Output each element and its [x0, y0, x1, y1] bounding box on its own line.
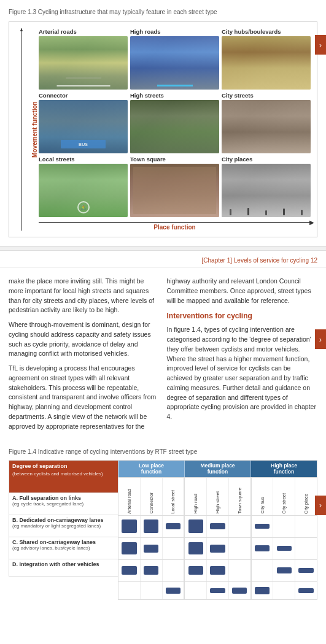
- st-header-local: Local street: [163, 478, 185, 515]
- cell-b-arterial: [118, 538, 141, 559]
- row-b-sub: (eg mandatory or light segregated lanes): [12, 523, 115, 529]
- bar-b-citystreet: [277, 546, 292, 551]
- cell-a-local: [163, 516, 185, 537]
- bar-a-arterial: [122, 519, 136, 533]
- cell-a-highroad: [185, 516, 207, 537]
- cell-c-highroad: [185, 560, 207, 581]
- photo-box-city-streets: [222, 100, 311, 153]
- cell-d-highroad: [185, 582, 207, 599]
- bar-a-highstreet: [210, 523, 225, 529]
- row-c-label: C. Shared on-carriageway lanes (eg advis…: [9, 537, 118, 559]
- photo-cell-arterial: Arterial roads: [39, 28, 128, 90]
- bar-a-connector: [144, 519, 158, 533]
- photo-box-high-roads: [130, 36, 219, 90]
- cell-b-highroad: [185, 538, 207, 559]
- photo-label-town-square: Town square: [130, 156, 219, 163]
- st-header-arterial: Arterial road: [118, 478, 141, 515]
- st-header-high-road: High road: [185, 478, 207, 515]
- data-row-a: [118, 516, 317, 538]
- cell-b-highstreet: [207, 538, 229, 559]
- bar-b-connector: [144, 545, 158, 553]
- chapter-text: Chapter 1: [203, 257, 230, 264]
- photo-box-town-square: [130, 164, 219, 217]
- chapter-header: [Chapter 1] Levels of service for cyclin…: [0, 253, 326, 268]
- photo-label-high-roads: High roads: [130, 28, 219, 35]
- degree-header-cell: Degree of separation (between cyclists a…: [9, 460, 118, 493]
- photo-label-city-places: City places: [222, 156, 311, 163]
- row-a-label: A. Full separation on links (eg cycle tr…: [9, 493, 118, 515]
- cell-a-cityplace: [295, 516, 317, 537]
- data-row-d: [118, 582, 317, 599]
- photo-cell-town-square: Town square: [130, 156, 219, 217]
- chapter-bracket-close: ]: [230, 257, 232, 264]
- cell-a-citystreet: [273, 516, 295, 537]
- degree-header-text: Degree of separation: [12, 463, 68, 469]
- bar-b-cityhub: [255, 545, 270, 551]
- figure13-caption: Figure 1.3 Cycling infrastructure that m…: [9, 9, 317, 15]
- photo-box-city-hubs: [222, 36, 311, 90]
- photo-label-high-streets: High streets: [130, 92, 219, 99]
- photo-cell-city-places: City places: [222, 156, 311, 217]
- figure14-caption: Figure 1.4 Indicative range of cycling i…: [9, 448, 317, 455]
- next-arrow-top[interactable]: ›: [315, 35, 326, 55]
- cell-c-connector: [141, 560, 163, 581]
- y-axis-label: Movement function: [28, 28, 39, 231]
- cell-d-citystreet: [273, 582, 295, 599]
- cell-c-local: [163, 560, 185, 581]
- cell-a-townsquare: [229, 516, 252, 537]
- bar-c-cityplace: [298, 568, 313, 573]
- row-b-title: B. Dedicated on-carriageway lanes: [12, 517, 115, 523]
- st-header-connector: Connector: [141, 478, 163, 515]
- cell-d-cityhub: [252, 582, 274, 599]
- next-arrow-middle[interactable]: ›: [315, 329, 326, 349]
- cell-b-cityplace: [295, 538, 317, 559]
- text-right-para1: highway authority and relevant London Co…: [167, 277, 318, 305]
- cell-b-townsquare: [229, 538, 252, 559]
- photo-grid-wrapper: Arterial roads High roads: [39, 28, 311, 231]
- col-header-low: Low placefunction: [118, 461, 185, 477]
- data-row-c: [118, 560, 317, 582]
- col-header-high: High placefunction: [251, 461, 317, 477]
- text-left-para2: Where through-movement is dominant, desi…: [9, 320, 160, 359]
- bar-d-cityhub: [255, 587, 270, 594]
- bar-d-highstreet: [210, 588, 225, 593]
- photo-grid: Arterial roads High roads: [39, 28, 311, 217]
- st-header-town-square: Town square: [229, 478, 252, 515]
- data-row-b: [118, 538, 317, 560]
- cell-b-connector: [141, 538, 163, 559]
- text-section-wrapper: make the place more inviting still. This…: [0, 268, 326, 442]
- photo-box-city-places: [222, 164, 311, 217]
- street-type-headers: Arterial road Connector Local street Hig…: [118, 478, 317, 516]
- st-header-high-street: High street: [207, 478, 229, 515]
- cell-c-highstreet: [207, 560, 229, 581]
- bar-c-highstreet: [210, 566, 225, 575]
- cell-c-cityhub: [252, 560, 274, 581]
- page-divider: [0, 246, 326, 251]
- photo-label-connector: Connector: [39, 92, 128, 99]
- cell-d-local: [163, 582, 185, 599]
- chapter-info: [Chapter 1] Levels of service for cyclin…: [202, 257, 317, 264]
- photo-cell-local-streets: Local streets 🚴: [39, 156, 128, 217]
- next-arrow-bottom[interactable]: ›: [315, 496, 326, 515]
- cell-d-cityplace: [295, 582, 317, 599]
- photo-label-arterial: Arterial roads: [39, 28, 128, 35]
- cell-a-highstreet: [207, 516, 229, 537]
- text-left-para3: TfL is developing a process that encoura…: [9, 364, 160, 431]
- x-axis-area: ▶ Place function: [39, 220, 311, 231]
- photo-cell-city-hubs: City hubs/boulevards: [222, 28, 311, 90]
- photo-cell-city-streets: City streets: [222, 92, 311, 153]
- bar-b-highroad: [188, 542, 203, 554]
- photo-box-local-streets: 🚴: [39, 164, 128, 217]
- photo-cell-high-streets: High streets: [130, 92, 219, 153]
- row-a-title: A. Full separation on links: [12, 495, 115, 501]
- st-header-city-place: City place: [295, 478, 317, 515]
- figure14-section: Figure 1.4 Indicative range of cycling i…: [0, 442, 326, 605]
- text-section: make the place more inviting still. This…: [0, 268, 326, 442]
- cell-a-arterial: [118, 516, 141, 537]
- row-d-title: D. Integration with other vehicles: [12, 561, 115, 567]
- bar-a-local: [166, 523, 180, 529]
- text-left-para1: make the place more inviting still. This…: [9, 277, 160, 315]
- photo-label-local-streets: Local streets: [39, 156, 128, 163]
- degree-sub-text: (between cyclists and motorised vehicles…: [12, 471, 103, 477]
- chapter-level-text: Levels of service for cycling: [234, 257, 309, 264]
